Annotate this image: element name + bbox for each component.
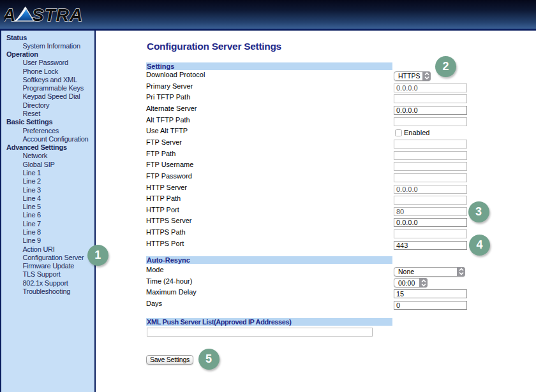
svg-text:A: A [4,5,15,23]
svg-text:STRA: STRA [32,5,82,23]
